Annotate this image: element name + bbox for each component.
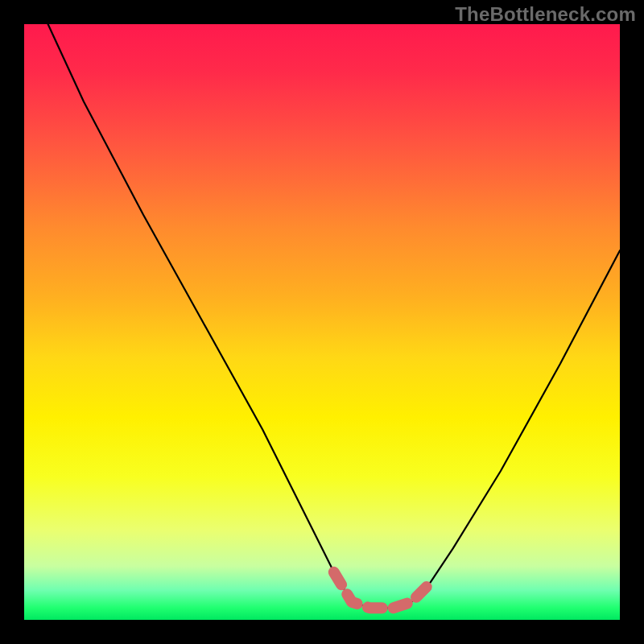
chart-svg [24,24,620,620]
watermark-text: TheBottleneck.com [455,3,636,26]
bottleneck-curve [48,24,620,608]
highlight-segment [334,572,429,608]
chart-frame: TheBottleneck.com [0,0,644,644]
